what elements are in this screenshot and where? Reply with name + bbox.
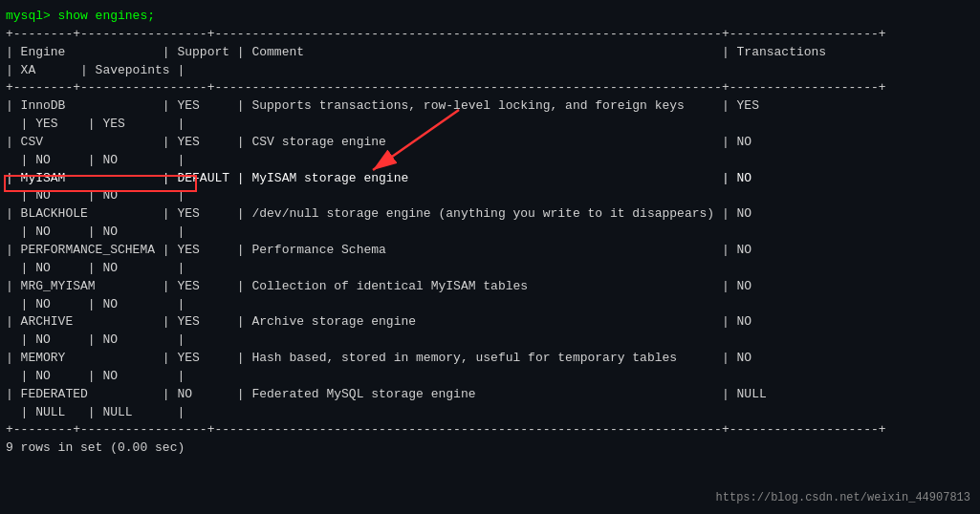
perf-row1: | PERFORMANCE_SCHEMA | YES | Performance…	[6, 242, 974, 260]
terminal: mysql> show engines; +--------+---------…	[0, 0, 980, 514]
header-row: | Engine | Support | Comment | Transacti…	[6, 44, 974, 62]
memory-row1: | MEMORY | YES | Hash based, stored in m…	[6, 350, 974, 368]
watermark: https://blog.csdn.net/weixin_44907813	[716, 491, 970, 504]
archive-row2: | NO | NO |	[6, 332, 974, 350]
innodb-row1: | InnoDB | YES | Supports transactions, …	[6, 97, 974, 116]
myisam-row2: | NO | NO |	[6, 187, 974, 205]
blackhole-row2: | NO | NO |	[6, 224, 974, 242]
blackhole-row1: | BLACKHOLE | YES | /dev/null storage en…	[6, 205, 974, 224]
result-line: 9 rows in set (0.00 sec)	[6, 439, 974, 458]
footer-separator: +--------+-----------------+------------…	[6, 421, 974, 439]
myisam-row1: | MyISAM | DEFAULT | MyISAM storage engi…	[6, 170, 974, 188]
archive-row1: | ARCHIVE | YES | Archive storage engine…	[6, 313, 974, 332]
fed-row1: | FEDERATED | NO | Federated MySQL stora…	[6, 386, 974, 404]
csv-row2: | NO | NO |	[6, 152, 974, 170]
header-separator: +--------+-----------------+------------…	[6, 79, 974, 97]
fed-row2: | NULL | NULL |	[6, 404, 974, 422]
csv-row1: | CSV | YES | CSV storage engine | NO	[6, 134, 974, 152]
memory-row2: | NO | NO |	[6, 368, 974, 386]
perf-row2: | NO | NO |	[6, 260, 974, 278]
top-separator: +--------+-----------------+------------…	[6, 26, 974, 44]
mrg-row2: | NO | NO |	[6, 296, 974, 314]
mrg-row1: | MRG_MYISAM | YES | Collection of ident…	[6, 278, 974, 296]
prompt-line: mysql> show engines;	[6, 8, 974, 26]
innodb-row2: | YES | YES |	[6, 116, 974, 134]
header-row2: | XA | Savepoints |	[6, 62, 974, 80]
